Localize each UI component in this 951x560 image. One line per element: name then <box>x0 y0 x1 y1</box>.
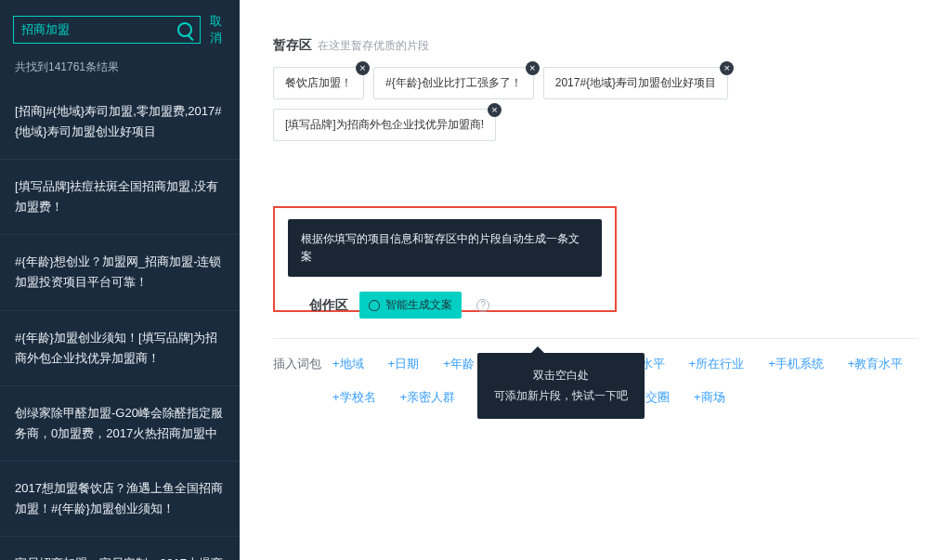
help-icon[interactable]: ? <box>476 299 489 312</box>
result-item[interactable]: [填写品牌]祛痘祛斑全国招商加盟,没有加盟费！ <box>0 160 240 235</box>
close-icon[interactable]: × <box>720 61 734 75</box>
close-icon[interactable]: × <box>356 61 370 75</box>
generate-button[interactable]: 智能生成文案 <box>359 292 462 319</box>
result-list: [招商]#{地域}寿司加盟,零加盟费,2017#{地域}寿司加盟创业好项目[填写… <box>0 85 240 560</box>
close-icon[interactable]: × <box>488 103 502 117</box>
generate-button-label: 智能生成文案 <box>385 297 452 313</box>
result-item[interactable]: #{年龄}加盟创业须知！[填写品牌]为招商外包企业找优异加盟商！ <box>0 311 240 386</box>
hint-area: 根据你填写的项目信息和暂存区中的片段自动生成一条文案 创作区 智能生成文案 ? <box>273 206 918 312</box>
main-area: 暂存区 在这里暂存优质的片段 餐饮店加盟！×#{年龄}创业比打工强多了！×201… <box>240 0 951 560</box>
close-icon[interactable]: × <box>526 61 540 75</box>
tooltip: 根据你填写的项目信息和暂存区中的片段自动生成一条文案 <box>288 219 602 277</box>
chip[interactable]: [填写品牌]为招商外包企业找优异加盟商!× <box>273 109 496 141</box>
tag-item[interactable]: +手机系统 <box>768 356 824 372</box>
tag-item[interactable]: +亲密人群 <box>400 389 456 406</box>
storage-subtitle: 在这里暂存优质的片段 <box>318 38 429 54</box>
tag-item[interactable]: +商场 <box>694 389 725 406</box>
storage-header: 暂存区 在这里暂存优质的片段 <box>273 37 918 54</box>
chip-label: [填写品牌]为招商外包企业找优异加盟商! <box>285 118 484 131</box>
result-item[interactable]: 家居招商加盟，家居定制，2017火爆商机！ <box>0 537 240 560</box>
create-row: 创作区 智能生成文案 ? <box>309 292 489 319</box>
tag-item[interactable]: +年龄 <box>443 356 475 372</box>
chips-row: 餐饮店加盟！×#{年龄}创业比打工强多了！×2017#{地域}寿司加盟创业好项目… <box>273 67 918 141</box>
create-label: 创作区 <box>309 297 348 314</box>
empty-tip: 双击空白处 可添加新片段，快试一下吧 <box>477 353 645 419</box>
result-item[interactable]: 创绿家除甲醛加盟-G20峰会除醛指定服务商，0加盟费，2017火热招商加盟中 <box>0 386 240 462</box>
tag-item[interactable]: +地域 <box>332 356 364 372</box>
empty-tip-line2: 可添加新片段，快试一下吧 <box>494 386 628 407</box>
chip-label: 2017#{地域}寿司加盟创业好项目 <box>555 76 716 89</box>
empty-tip-line1: 双击空白处 <box>494 366 628 386</box>
tag-item[interactable]: +学校名 <box>332 389 376 406</box>
storage-title: 暂存区 <box>273 37 312 54</box>
lightbulb-icon <box>369 300 380 311</box>
search-icon[interactable] <box>177 22 192 37</box>
highlight-frame: 根据你填写的项目信息和暂存区中的片段自动生成一条文案 创作区 智能生成文案 ? <box>273 206 617 312</box>
chip[interactable]: 2017#{地域}寿司加盟创业好项目× <box>543 67 728 99</box>
chip-label: #{年龄}创业比打工强多了！ <box>385 76 522 89</box>
result-item[interactable]: 2017想加盟餐饮店？渔遇上鱼全国招商加盟！#{年龄}加盟创业须知！ <box>0 462 240 537</box>
chip[interactable]: 餐饮店加盟！× <box>273 67 364 99</box>
cancel-link[interactable]: 取消 <box>210 13 227 46</box>
search-row: 取消 <box>0 0 240 54</box>
tag-item[interactable]: +所在行业 <box>689 356 745 372</box>
chip[interactable]: #{年龄}创业比打工强多了！× <box>373 67 534 99</box>
result-count: 共找到141761条结果 <box>0 54 240 85</box>
result-item[interactable]: #{年龄}想创业？加盟网_招商加盟-连锁加盟投资项目平台可靠！ <box>0 235 240 310</box>
tag-item[interactable]: +教育水平 <box>848 356 904 372</box>
search-input[interactable] <box>21 23 177 37</box>
sidebar: 取消 共找到141761条结果 [招商]#{地域}寿司加盟,零加盟费,2017#… <box>0 0 240 560</box>
search-box[interactable] <box>13 16 201 44</box>
tag-item[interactable]: +日期 <box>388 356 420 372</box>
tags-label: 插入词包 <box>273 356 332 406</box>
chip-label: 餐饮店加盟！ <box>285 76 352 89</box>
result-item[interactable]: [招商]#{地域}寿司加盟,零加盟费,2017#{地域}寿司加盟创业好项目 <box>0 85 240 160</box>
